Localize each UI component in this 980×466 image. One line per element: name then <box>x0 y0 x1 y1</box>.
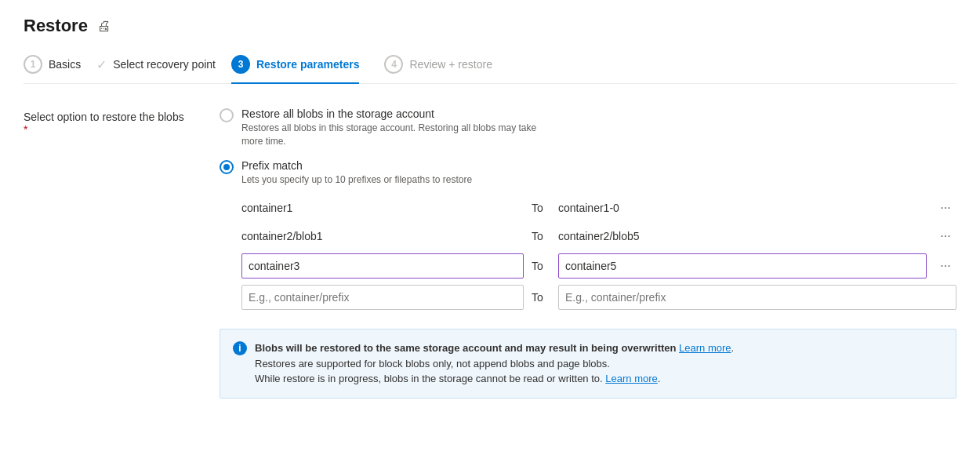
right-content: Restore all blobs in the storage account… <box>220 107 956 399</box>
info-learn-more-link-1[interactable]: Learn more <box>679 342 731 354</box>
prefix-row-3-source-input[interactable] <box>241 253 524 279</box>
step-2-label: Select recovery point <box>113 58 216 71</box>
info-line-3-text: While restore is in progress, blobs in t… <box>255 373 605 384</box>
prefix-row-4: To <box>241 285 956 310</box>
radio-prefix-match-desc: Lets you specify up to 10 prefixes or fi… <box>241 173 472 187</box>
prefix-row-2-to: To <box>532 230 550 242</box>
info-line-2: Restores are supported for block blobs o… <box>255 358 610 370</box>
prefix-row-1-dest: container1-0 <box>558 202 927 214</box>
field-label-container: Select option to restore the blobs * <box>24 107 188 399</box>
prefix-row-4-to: To <box>532 291 550 304</box>
prefix-row-1: container1 To container1-0 ··· <box>241 197 956 219</box>
info-period-1: . <box>731 342 735 354</box>
step-1-circle: 1 <box>24 55 42 74</box>
print-icon[interactable]: 🖨 <box>97 18 111 35</box>
prefix-row-1-ellipsis[interactable]: ··· <box>935 197 956 219</box>
radio-all-blobs-text: Restore all blobs in the storage account… <box>241 107 536 148</box>
prefix-row-2-dest: container2/blob5 <box>558 230 927 242</box>
step-1-label: Basics <box>49 58 81 71</box>
page-container: Restore 🖨 1 Basics ✓ Select recovery poi… <box>0 0 980 466</box>
prefix-row-2-ellipsis[interactable]: ··· <box>935 225 956 247</box>
step-restore-params[interactable]: 3 Restore parameters <box>231 55 376 83</box>
prefix-row-2: container2/blob1 To container2/blob5 ··· <box>241 225 956 247</box>
step-basics[interactable]: 1 Basics <box>24 55 96 83</box>
step-4-circle: 4 <box>384 55 403 74</box>
radio-all-blobs-desc: Restores all blobs in this storage accou… <box>241 122 536 148</box>
info-text-content: Blobs will be restored to the same stora… <box>255 340 734 387</box>
radio-prefix-match-label: Prefix match <box>241 159 472 172</box>
info-icon: i <box>233 341 247 355</box>
step-4-label: Review + restore <box>409 58 492 71</box>
info-learn-more-link-2[interactable]: Learn more <box>605 373 657 384</box>
separator-1: ✓ <box>96 57 113 82</box>
step-3-circle: 3 <box>231 55 250 74</box>
prefix-row-4-dest-input[interactable] <box>558 285 956 310</box>
prefix-row-1-to: To <box>532 202 550 214</box>
prefix-grid: container1 To container1-0 ··· container… <box>241 197 956 310</box>
required-star: * <box>24 123 27 136</box>
page-header: Restore 🖨 <box>24 16 956 36</box>
wizard-steps: 1 Basics ✓ Select recovery point 3 Resto… <box>24 55 956 84</box>
info-period-2: . <box>658 373 661 384</box>
field-label-text: Select option to restore the blobs <box>24 111 184 123</box>
step-3-label: Restore parameters <box>256 58 360 71</box>
step-select-recovery[interactable]: Select recovery point <box>113 58 231 80</box>
radio-prefix-match-text: Prefix match Lets you specify up to 10 p… <box>241 159 472 187</box>
step-review-restore[interactable]: 4 Review + restore <box>375 55 507 83</box>
radio-option-all-blobs[interactable]: Restore all blobs in the storage account… <box>220 107 956 148</box>
prefix-row-1-source: container1 <box>241 198 524 217</box>
radio-prefix-match-circle[interactable] <box>220 160 234 174</box>
prefix-row-2-source: container2/blob1 <box>241 227 524 246</box>
prefix-row-3: To ··· <box>241 253 956 279</box>
prefix-row-4-source-input[interactable] <box>241 285 524 310</box>
radio-all-blobs-label: Restore all blobs in the storage account <box>241 107 536 120</box>
info-banner: i Blobs will be restored to the same sto… <box>220 329 956 399</box>
radio-option-prefix-match[interactable]: Prefix match Lets you specify up to 10 p… <box>220 159 956 187</box>
info-bold-text: Blobs will be restored to the same stora… <box>255 342 679 354</box>
content-area: Select option to restore the blobs * Res… <box>24 107 956 399</box>
prefix-row-3-to: To <box>532 260 550 272</box>
radio-all-blobs-circle[interactable] <box>220 108 234 122</box>
page-title: Restore <box>24 16 88 36</box>
prefix-row-3-ellipsis[interactable]: ··· <box>935 255 956 277</box>
prefix-row-3-dest-input[interactable] <box>558 253 927 279</box>
